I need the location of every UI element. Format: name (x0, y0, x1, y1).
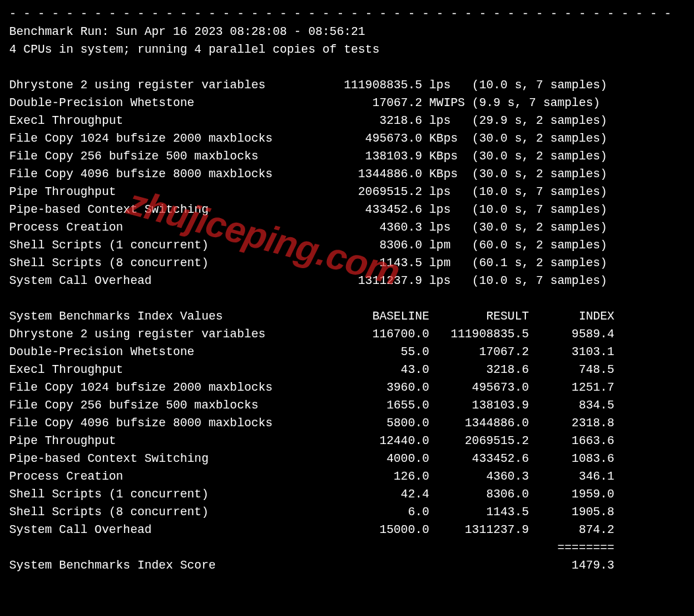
index-row: File Copy 4096 bufsize 8000 maxblocks 58… (9, 414, 689, 432)
index-row: Dhrystone 2 using register variables 116… (9, 325, 689, 343)
test-row: System Call Overhead 1311237.9 lps (10.0… (9, 272, 689, 290)
index-row: Double-Precision Whetstone 55.0 17067.2 … (9, 343, 689, 361)
test-row: Shell Scripts (8 concurrent) 1143.5 lpm … (9, 254, 689, 272)
test-row: Dhrystone 2 using register variables 111… (9, 76, 689, 94)
divider-line: - - - - - - - - - - - - - - - - - - - - … (9, 5, 689, 23)
index-row: Shell Scripts (1 concurrent) 42.4 8306.0… (9, 486, 689, 503)
test-row: File Copy 1024 bufsize 2000 maxblocks 49… (9, 130, 689, 148)
test-row: File Copy 4096 bufsize 8000 maxblocks 13… (9, 165, 689, 183)
test-row: File Copy 256 bufsize 500 maxblocks 1381… (9, 148, 689, 165)
score-divider: ======== (9, 539, 689, 557)
cpu-info: 4 CPUs in system; running 4 parallel cop… (9, 41, 689, 59)
benchmark-index-block: Dhrystone 2 using register variables 116… (9, 325, 689, 539)
index-header: System Benchmarks Index Values BASELINE … (9, 308, 689, 325)
index-score: System Benchmarks Index Score 1479.3 (9, 557, 689, 574)
benchmark-run-info: Benchmark Run: Sun Apr 16 2023 08:28:08 … (9, 23, 689, 41)
index-row: Pipe-based Context Switching 4000.0 4334… (9, 450, 689, 468)
test-row: Pipe-based Context Switching 433452.6 lp… (9, 201, 689, 219)
test-row: Process Creation 4360.3 lps (30.0 s, 2 s… (9, 219, 689, 237)
index-row: Shell Scripts (8 concurrent) 6.0 1143.5 … (9, 503, 689, 521)
index-row: Execl Throughput 43.0 3218.6 748.5 (9, 361, 689, 379)
test-row: Shell Scripts (1 concurrent) 8306.0 lpm … (9, 237, 689, 254)
index-row: Process Creation 126.0 4360.3 346.1 (9, 468, 689, 486)
benchmark-tests-block: Dhrystone 2 using register variables 111… (9, 76, 689, 290)
test-row: Double-Precision Whetstone 17067.2 MWIPS… (9, 94, 689, 112)
index-row: File Copy 1024 bufsize 2000 maxblocks 39… (9, 379, 689, 397)
blank-line (9, 290, 689, 308)
test-row: Execl Throughput 3218.6 lps (29.9 s, 2 s… (9, 112, 689, 130)
index-row: System Call Overhead 15000.0 1311237.9 8… (9, 521, 689, 539)
index-row: Pipe Throughput 12440.0 2069515.2 1663.6 (9, 432, 689, 450)
test-row: Pipe Throughput 2069515.2 lps (10.0 s, 7… (9, 183, 689, 201)
index-row: File Copy 256 bufsize 500 maxblocks 1655… (9, 397, 689, 414)
blank-line (9, 59, 689, 76)
